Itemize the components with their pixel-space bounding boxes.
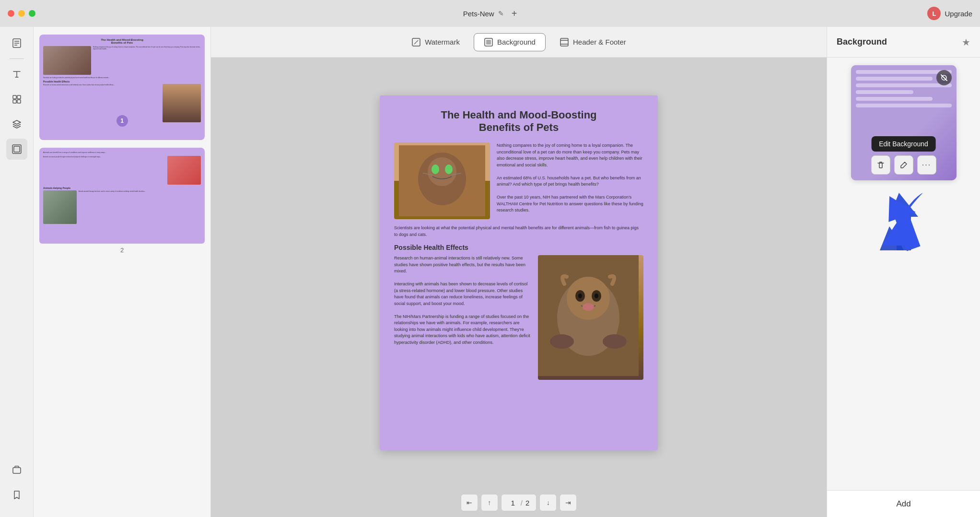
favorite-icon[interactable]: ★ <box>962 36 970 48</box>
cat-image-1 <box>394 142 490 219</box>
doc-section2-title: Possible Health Effects <box>394 244 643 251</box>
document-title: Pets-New <box>463 10 494 18</box>
document-page: The Health and Mood-BoostingBenefits of … <box>380 95 658 450</box>
preview-line-5 <box>856 97 933 101</box>
svg-rect-6 <box>13 100 16 103</box>
svg-point-32 <box>595 294 598 298</box>
svg-point-33 <box>583 303 594 311</box>
svg-point-35 <box>603 334 627 349</box>
sidebar-item-elements[interactable] <box>6 89 27 110</box>
arrow-indicator <box>851 188 957 255</box>
edit-title-icon[interactable]: ✎ <box>498 10 504 17</box>
svg-rect-5 <box>17 95 21 99</box>
page-badge-1: 1 <box>117 115 128 127</box>
sidebar-item-text[interactable] <box>6 64 27 85</box>
svg-point-31 <box>578 294 582 298</box>
svg-rect-9 <box>14 146 20 152</box>
edit-background-button[interactable] <box>894 155 913 175</box>
user-avatar: L <box>927 7 941 20</box>
add-tab-button[interactable]: + <box>512 8 517 19</box>
page-thumb-2[interactable]: Animals can benefit from a range of cond… <box>39 148 205 254</box>
doc-section2-text: Research on human-animal interactions is… <box>394 255 531 346</box>
canvas-area: Watermark Background <box>211 27 827 517</box>
page-thumb-1[interactable]: The Health and Mood-BoostingBenefits of … <box>39 35 205 140</box>
upgrade-button[interactable]: L Upgrade <box>927 7 972 20</box>
total-pages: 2 <box>525 499 529 507</box>
dog-image <box>538 255 643 380</box>
edit-background-tooltip: Edit Background <box>871 136 936 152</box>
svg-rect-16 <box>560 38 568 46</box>
right-panel: Background ★ <box>827 27 980 517</box>
sidebar-item-pages[interactable] <box>6 33 27 54</box>
last-page-button[interactable]: ⇥ <box>560 494 577 511</box>
close-button[interactable] <box>8 10 14 17</box>
svg-line-36 <box>941 75 947 81</box>
doc-section-2: Research on human-animal interactions is… <box>394 255 643 380</box>
tab-watermark-label: Watermark <box>425 38 460 46</box>
preview-line-3 <box>856 83 952 87</box>
page-info: 1 / 2 <box>501 494 537 511</box>
svg-point-28 <box>567 277 610 320</box>
sidebar-item-layers[interactable] <box>6 114 27 135</box>
current-page[interactable]: 1 <box>508 499 518 507</box>
doc-title: The Health and Mood-BoostingBenefits of … <box>394 109 643 134</box>
svg-line-13 <box>412 38 420 46</box>
preview-line-4 <box>856 90 913 94</box>
sidebar-item-background[interactable] <box>6 139 27 160</box>
sidebar-item-layers-bottom[interactable] <box>6 459 27 481</box>
svg-rect-4 <box>13 95 16 99</box>
doc-canvas[interactable]: The Health and Mood-BoostingBenefits of … <box>370 58 667 488</box>
doc-intro-text: Nothing compares to the joy of coming ho… <box>497 142 643 219</box>
doc-between-text: Scientists are looking at what the poten… <box>394 225 643 238</box>
svg-rect-10 <box>13 468 21 473</box>
tab-background[interactable]: Background <box>474 33 546 51</box>
page-navigation: ⇤ ↑ 1 / 2 ↓ ⇥ <box>461 488 577 517</box>
app-body: The Health and Mood-BoostingBenefits of … <box>0 27 980 517</box>
svg-point-23 <box>445 164 453 174</box>
background-preview-card: Edit Background ··· <box>851 65 957 180</box>
hide-background-button[interactable] <box>936 70 952 85</box>
sidebar <box>0 27 34 517</box>
svg-marker-39 <box>880 189 927 253</box>
minimize-button[interactable] <box>18 10 25 17</box>
tab-header-footer[interactable]: Header & Footer <box>549 33 636 51</box>
titlebar: Pets-New ✎ + L Upgrade <box>0 0 980 27</box>
preview-line-2 <box>856 77 933 81</box>
pages-panel: The Health and Mood-BoostingBenefits of … <box>34 27 211 517</box>
background-icon <box>484 37 493 47</box>
page-number-2: 2 <box>39 247 205 254</box>
watermark-icon <box>411 37 421 47</box>
svg-rect-15 <box>486 40 491 45</box>
next-page-button[interactable]: ↓ <box>539 494 557 511</box>
preview-line-6 <box>856 104 952 107</box>
right-panel-content: Edit Background ··· <box>827 58 980 490</box>
sidebar-item-bookmark[interactable] <box>6 484 27 505</box>
first-page-button[interactable]: ⇤ <box>461 494 478 511</box>
upgrade-label: Upgrade <box>945 10 972 18</box>
svg-point-22 <box>432 164 439 174</box>
header-footer-icon <box>560 37 569 47</box>
background-action-buttons: ··· <box>871 155 936 175</box>
title-area: Pets-New ✎ + <box>463 8 517 19</box>
more-options-button[interactable]: ··· <box>917 155 936 175</box>
tab-background-label: Background <box>497 38 536 46</box>
svg-rect-7 <box>17 100 21 103</box>
prev-page-button[interactable]: ↑ <box>481 494 498 511</box>
page-separator: / <box>521 499 523 507</box>
traffic-lights <box>8 10 35 17</box>
doc-section-1: Nothing compares to the joy of coming ho… <box>394 142 643 219</box>
maximize-button[interactable] <box>29 10 35 17</box>
sidebar-divider-1 <box>10 59 24 59</box>
svg-point-21 <box>428 157 456 186</box>
sidebar-bottom <box>6 459 27 511</box>
svg-marker-38 <box>889 193 918 250</box>
right-panel-title: Background <box>837 37 887 47</box>
svg-point-34 <box>550 334 574 349</box>
tab-header-footer-label: Header & Footer <box>573 38 626 46</box>
add-button[interactable]: Add <box>827 490 980 517</box>
top-toolbar: Watermark Background <box>211 27 827 58</box>
delete-background-button[interactable] <box>871 155 890 175</box>
tab-watermark[interactable]: Watermark <box>401 33 470 51</box>
right-panel-header: Background ★ <box>827 27 980 58</box>
